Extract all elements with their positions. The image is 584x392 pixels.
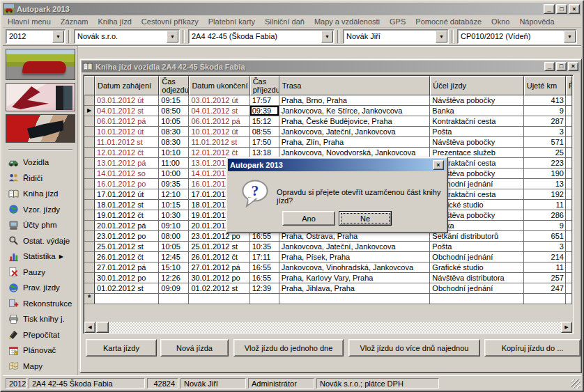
- cell-distance-km[interactable]: 651: [524, 231, 566, 242]
- chevron-down-icon[interactable]: ▼: [564, 31, 576, 42]
- row-selector[interactable]: [84, 137, 95, 148]
- row-selector[interactable]: [84, 116, 95, 127]
- cell-end-date[interactable]: 01.02.2012 st: [189, 283, 249, 294]
- cell-end-date[interactable]: 06.01.2012 pá: [189, 116, 249, 127]
- cell-driver[interactable]: [566, 127, 572, 137]
- sidebar-item-vozidla[interactable]: Vozidla: [3, 155, 77, 171]
- menu-item-1[interactable]: Hlavní menu: [3, 16, 56, 27]
- cell-driver[interactable]: [566, 221, 572, 231]
- cell-route[interactable]: Praha, Karlovy Vary, Praha: [279, 273, 431, 283]
- menu-item-5[interactable]: Platební karty: [203, 16, 260, 27]
- cell-end-date[interactable]: 27.01.2012 pá: [189, 262, 249, 273]
- cell-route[interactable]: Jankovcova, Vinohradská, Jankovcova: [279, 262, 431, 273]
- cell-departure-time[interactable]: 12:10: [159, 189, 189, 200]
- row-selector[interactable]: [84, 210, 95, 221]
- sidebar-item-tisk-knihy-j-[interactable]: Tisk knihy j.: [3, 311, 77, 327]
- trip-order-combo[interactable]: CP010/2012 (Vídeň)▼: [457, 29, 577, 44]
- cell-purpose[interactable]: Návštěva pobočky: [430, 95, 523, 106]
- column-header-datum-zahájení[interactable]: Datum zahájení: [95, 76, 159, 95]
- sidebar-item-rekonstrukce[interactable]: Rekonstrukce: [3, 296, 77, 312]
- sidebar-item-pl-nova-[interactable]: Plánovač: [3, 343, 77, 359]
- row-selector[interactable]: [84, 95, 95, 106]
- cell-departure-time[interactable]: 15:10: [159, 262, 189, 273]
- cell-arrival-time[interactable]: 10:35: [250, 242, 279, 252]
- driver-combo[interactable]: Novák Jiří▼: [343, 29, 449, 44]
- column-header-čas-příjezdu[interactable]: Čas příjezdu: [250, 76, 279, 95]
- empty-cell[interactable]: [95, 294, 159, 304]
- row-selector[interactable]: [84, 273, 95, 283]
- empty-cell[interactable]: [566, 294, 572, 304]
- menu-item-6[interactable]: Silniční daň: [260, 16, 309, 27]
- menu-item-2[interactable]: Záznam: [56, 16, 93, 27]
- cell-departure-time[interactable]: 08:30: [159, 127, 189, 137]
- cell-driver[interactable]: [566, 189, 572, 200]
- cell-end-date[interactable]: 26.01.2012 čt: [189, 252, 249, 262]
- cell-departure-time[interactable]: 10:15: [159, 200, 189, 210]
- menu-item-4[interactable]: Cestovní příkazy: [137, 16, 203, 27]
- vehicle-combo[interactable]: 2A4 42-45 (Škoda Fabia)▼: [188, 29, 335, 44]
- close-icon[interactable]: ×: [433, 160, 444, 170]
- cell-end-date[interactable]: 30.01.2012 po: [189, 273, 249, 283]
- row-selector[interactable]: [84, 148, 95, 158]
- empty-cell[interactable]: [430, 294, 523, 304]
- scroll-right-icon[interactable]: ▶: [561, 322, 572, 333]
- cell-driver[interactable]: [566, 137, 572, 148]
- cell-distance-km[interactable]: 223: [524, 158, 566, 168]
- cell-start-date[interactable]: 12.01.2012 čt: [95, 148, 159, 158]
- cell-purpose[interactable]: Pošta: [430, 242, 523, 252]
- cell-purpose[interactable]: Obchodní jednání: [430, 252, 523, 262]
- column-header-datum-ukončení[interactable]: Datum ukončení: [189, 76, 249, 95]
- chevron-down-icon[interactable]: ▼: [321, 31, 333, 42]
- cell-driver[interactable]: [566, 168, 572, 179]
- cell-departure-time[interactable]: 09:09: [159, 283, 189, 294]
- cell-departure-time[interactable]: 09:10: [159, 221, 189, 231]
- cell-arrival-time[interactable]: 16:55: [250, 273, 279, 283]
- column-header-ujeté-km[interactable]: Ujeté km: [524, 76, 566, 95]
- cell-arrival-time[interactable]: 17:50: [250, 137, 279, 148]
- column-header-čas-odjezdu[interactable]: Čas odjezdu: [159, 76, 189, 95]
- row-selector[interactable]: [84, 221, 95, 231]
- row-selector[interactable]: [84, 127, 95, 137]
- minimize-icon[interactable]: _: [544, 4, 555, 14]
- cell-departure-time[interactable]: 10:10: [159, 148, 189, 158]
- cell-start-date[interactable]: 03.01.2012 út: [95, 95, 159, 106]
- cell-driver[interactable]: [566, 148, 572, 158]
- cell-start-date[interactable]: 26.01.2012 čt: [95, 252, 159, 262]
- cell-distance-km[interactable]: 11: [524, 200, 566, 210]
- cell-driver[interactable]: [566, 252, 572, 262]
- row-selector[interactable]: [84, 168, 95, 179]
- cell-start-date[interactable]: 06.01.2012 pá: [95, 116, 159, 127]
- row-selector[interactable]: [84, 200, 95, 210]
- minimize-icon[interactable]: _: [544, 62, 555, 71]
- cell-distance-km[interactable]: 192: [524, 189, 566, 200]
- cell-departure-time[interactable]: 10:00: [159, 168, 189, 179]
- cell-departure-time[interactable]: 11:00: [159, 158, 189, 168]
- menu-item-11[interactable]: Nápověda: [514, 16, 559, 27]
- cell-departure-time[interactable]: 12:45: [159, 252, 189, 262]
- row-selector[interactable]: [84, 262, 95, 273]
- cell-distance-km[interactable]: 3: [524, 242, 566, 252]
- table-row[interactable]: 27.01.2012 pá15:1027.01.2012 pá16:55Jank…: [84, 262, 572, 273]
- cell-arrival-time[interactable]: 09:39: [250, 106, 279, 116]
- cell-start-date[interactable]: 04.01.2012 st: [95, 106, 159, 116]
- sidebar-item-mapy[interactable]: Mapy: [3, 359, 77, 375]
- sidebar-item-kniha-j-zd[interactable]: Kniha jízd: [3, 186, 77, 202]
- cell-purpose[interactable]: Návštěva distributora: [430, 273, 523, 283]
- cell-driver[interactable]: [566, 95, 572, 106]
- table-row[interactable]: 10.01.2012 út08:3010.01.2012 út08:55Jank…: [84, 127, 572, 137]
- cell-start-date[interactable]: 10.01.2012 út: [95, 127, 159, 137]
- row-selector[interactable]: [84, 283, 95, 294]
- cell-start-date[interactable]: 27.01.2012 pá: [95, 262, 159, 273]
- year-combo[interactable]: 2012▼: [6, 29, 66, 44]
- cell-route[interactable]: Praha, České Budějovice, Praha: [279, 116, 431, 127]
- cell-purpose[interactable]: Návštěva pobočky: [430, 137, 523, 148]
- cell-start-date[interactable]: 23.01.2012 po: [95, 231, 159, 242]
- cell-arrival-time[interactable]: 17:11: [250, 252, 279, 262]
- cell-start-date[interactable]: 13.01.2012 pá: [95, 158, 159, 168]
- sidebar-item--ty-phm[interactable]: Účty phm: [3, 217, 77, 233]
- cell-start-date[interactable]: 30.01.2012 po: [95, 273, 159, 283]
- cell-arrival-time[interactable]: 15:12: [250, 116, 279, 127]
- cell-departure-time[interactable]: 10:05: [159, 242, 189, 252]
- cell-start-date[interactable]: 16.01.2012 po: [95, 179, 159, 189]
- row-selector[interactable]: [84, 179, 95, 189]
